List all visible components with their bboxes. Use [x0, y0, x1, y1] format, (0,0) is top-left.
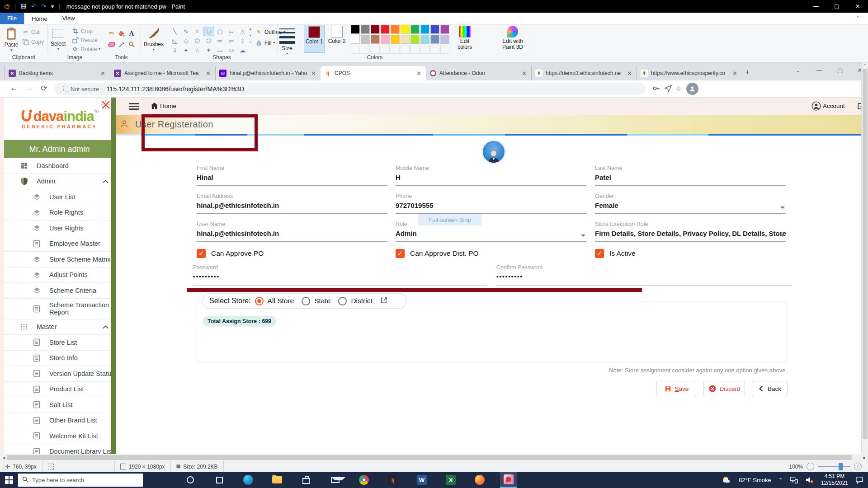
- sidebar-item-version-update-status[interactable]: Version Update Status: [4, 366, 115, 382]
- qat-customize-icon[interactable]: ▾: [51, 3, 54, 9]
- shape-arrow-right-icon[interactable]: ⇨: [214, 36, 226, 46]
- url-text[interactable]: 115.124.111.238:8086/user/register/MA%3D…: [107, 85, 244, 93]
- taskbar-icon-edge[interactable]: [240, 472, 257, 488]
- logout-icon[interactable]: [857, 102, 861, 112]
- shapes-grid[interactable]: ╲∿○□▢▱△◺◇⬠⬡⇨⇦⇧⇩✦☆✶▭⬭☁: [169, 27, 248, 55]
- radio-all-store[interactable]: [255, 297, 264, 305]
- chevron-down-icon[interactable]: [780, 235, 785, 237]
- tab-close-icon[interactable]: ✕: [415, 70, 422, 77]
- zoom-in-button[interactable]: +: [854, 463, 862, 470]
- shape-hexagon-icon[interactable]: ⬡: [203, 36, 214, 46]
- user-avatar[interactable]: [483, 141, 505, 163]
- rotate-button[interactable]: ⟳Rotate▾: [71, 45, 100, 53]
- browser-close-icon[interactable]: ✕: [857, 67, 861, 74]
- radio-state[interactable]: [302, 297, 310, 305]
- back-button[interactable]: Back: [752, 381, 788, 396]
- tab-close-icon[interactable]: ✕: [626, 70, 633, 77]
- maximize-button[interactable]: ▢: [826, 0, 847, 13]
- zoom-out-button[interactable]: −: [807, 463, 814, 470]
- brushes-button[interactable]: Brushes▾: [144, 26, 164, 52]
- color2-button[interactable]: Color 2: [326, 25, 347, 53]
- text-tool-icon[interactable]: A: [128, 30, 136, 38]
- shape-curve-icon[interactable]: ∿: [180, 27, 192, 36]
- paint-canvas[interactable]: ✕Backlog items✕✕Assigned to me - Microso…: [0, 62, 861, 454]
- network-icon[interactable]: [790, 477, 798, 483]
- tab-view[interactable]: View: [55, 13, 82, 24]
- browser-tab[interactable]: Attendance - Odoo✕: [426, 66, 531, 80]
- palette-color-swatch[interactable]: [410, 35, 420, 44]
- checkbox-is-active[interactable]: ✓Is Active: [595, 249, 636, 258]
- tab-close-icon[interactable]: ✕: [310, 70, 317, 77]
- sidebar-item-employee-master[interactable]: Employee Master: [4, 236, 115, 252]
- volume-muted-icon[interactable]: [805, 476, 814, 483]
- reload-icon[interactable]: ⟳: [41, 84, 47, 93]
- shape-fill-button[interactable]: Fill▾: [255, 39, 275, 47]
- shape-callout-rectangle-icon[interactable]: ▭: [214, 46, 226, 55]
- palette-color-swatch[interactable]: [391, 45, 400, 54]
- shape-callout-cloud-icon[interactable]: ☁: [237, 46, 248, 55]
- shape-star-6-icon[interactable]: ✶: [203, 46, 214, 55]
- save-icon[interactable]: 💾︎: [20, 3, 27, 9]
- palette-color-swatch[interactable]: [401, 45, 410, 54]
- taskbar-icon-chrome[interactable]: [355, 472, 373, 488]
- palette-color-swatch[interactable]: [420, 45, 429, 54]
- size-button[interactable]: Size▾: [279, 27, 295, 56]
- shape-polygon-icon[interactable]: ▱: [226, 27, 237, 36]
- taskbar-icon-task-view[interactable]: [211, 472, 228, 488]
- sidebar-item-document-library-list[interactable]: Document Library List: [4, 444, 115, 455]
- sidebar-item-master[interactable]: Master: [4, 319, 115, 335]
- taskbar-icon-firefox[interactable]: [471, 472, 488, 488]
- color-palette[interactable]: [351, 25, 450, 55]
- browser-tab[interactable]: ijCPOS✕: [321, 66, 426, 80]
- palette-color-swatch[interactable]: [430, 35, 439, 44]
- chevron-up-icon[interactable]: [103, 324, 108, 330]
- sidebar-item-other-brand-list[interactable]: Other Brand List: [4, 413, 115, 429]
- fill-bucket-icon[interactable]: [118, 30, 126, 38]
- palette-color-swatch[interactable]: [371, 45, 380, 54]
- palette-color-swatch[interactable]: [371, 25, 380, 34]
- eraser-icon[interactable]: [108, 41, 116, 48]
- sidebar-item-product-list[interactable]: Product List: [4, 382, 115, 398]
- shape-rectangle-icon[interactable]: □: [203, 27, 214, 36]
- tab-home[interactable]: Home: [24, 13, 55, 24]
- tab-close-icon[interactable]: ✕: [731, 70, 738, 77]
- sidebar-item-role-rights[interactable]: Role Rights: [4, 205, 115, 221]
- field-email-address[interactable]: Email Addresshinal.p@ethicsinfotech.in: [197, 193, 387, 214]
- open-store-list-icon[interactable]: [380, 296, 388, 305]
- paste-button[interactable]: Paste▾: [4, 26, 19, 52]
- chevron-down-icon[interactable]: [581, 235, 585, 237]
- resize-button[interactable]: Resize: [71, 36, 98, 44]
- field-store-execution-role[interactable]: Store Execution RoleFirm Details, Store …: [595, 221, 786, 242]
- tab-close-icon[interactable]: ✕: [205, 70, 212, 77]
- sidebar-item-welcome-kit-list[interactable]: Welcome Kit List: [4, 428, 115, 444]
- tab-search-icon[interactable]: ⌄: [796, 67, 801, 74]
- copy-button[interactable]: Copy: [22, 38, 44, 46]
- tray-expand-icon[interactable]: ⌃: [778, 477, 783, 483]
- sidebar-item-scheme-criteria[interactable]: Scheme Criteria: [4, 283, 115, 299]
- cut-button[interactable]: ✂Cut: [22, 28, 40, 36]
- palette-color-swatch[interactable]: [440, 25, 449, 34]
- new-tab-button[interactable]: +: [745, 68, 750, 77]
- field-user-name[interactable]: User Namehinal.p@ethicsinfotech.in: [197, 221, 387, 242]
- palette-color-swatch[interactable]: [430, 45, 439, 54]
- password-key-icon[interactable]: [652, 84, 660, 94]
- palette-color-swatch[interactable]: [351, 25, 360, 34]
- sidebar-item-store-info[interactable]: Store Info: [4, 351, 115, 366]
- tab-close-icon[interactable]: ✕: [521, 70, 528, 77]
- forward-icon[interactable]: →: [25, 84, 33, 93]
- home-link[interactable]: Home: [160, 103, 176, 109]
- taskbar-icon-excel[interactable]: X: [442, 472, 459, 488]
- palette-color-swatch[interactable]: [351, 45, 360, 54]
- palette-color-swatch[interactable]: [391, 35, 400, 44]
- browser-profile-avatar[interactable]: [686, 83, 698, 95]
- taskbar-icon-mail[interactable]: [326, 472, 344, 488]
- magnifier-icon[interactable]: [128, 41, 136, 48]
- sidebar-scrollbar[interactable]: [111, 98, 116, 454]
- close-button[interactable]: ✕: [847, 0, 868, 13]
- shape-diamond-icon[interactable]: ◇: [180, 36, 192, 46]
- shape-right-triangle-icon[interactable]: ◺: [169, 36, 180, 46]
- browser-tab[interactable]: ✉hinal.p@ethicsinfotech.in - Yaho✕: [215, 66, 321, 80]
- palette-color-swatch[interactable]: [381, 35, 390, 44]
- chevron-up-icon[interactable]: [103, 178, 108, 185]
- address-bar[interactable]: ! Not secure 115.124.111.238:8086/user/r…: [54, 83, 646, 95]
